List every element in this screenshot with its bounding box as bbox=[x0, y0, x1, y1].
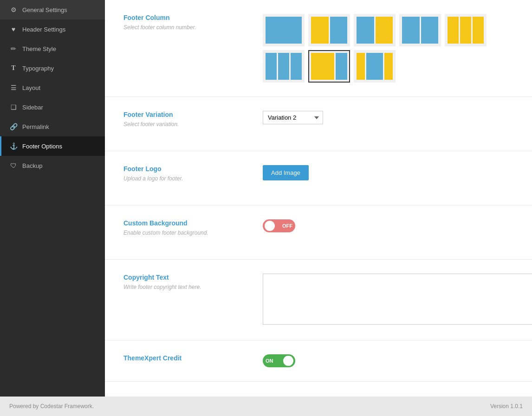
sidebar-label-general-settings: General Settings bbox=[22, 6, 67, 13]
layout-icon: ☰ bbox=[9, 84, 18, 91]
footer-variation-desc: Select footer variation. bbox=[123, 121, 244, 128]
toggle-label-off: OFF bbox=[282, 223, 292, 229]
link-icon: 🔗 bbox=[9, 123, 18, 130]
footer-column-section: Footer Column Select footer column numbe… bbox=[105, 0, 532, 97]
themexpert-credit-section: ThemeXpert Credit ON bbox=[105, 340, 532, 382]
themexpert-credit-toggle[interactable]: ON bbox=[263, 354, 295, 367]
footer-bar: Powered by Codestar Framework. Version 1… bbox=[0, 397, 532, 416]
col-icon-4[interactable] bbox=[399, 14, 441, 46]
custom-background-title: Custom Background bbox=[123, 219, 244, 227]
anchor-icon: ⚓ bbox=[9, 142, 18, 150]
footer-variation-section: Footer Variation Select footer variation… bbox=[105, 97, 532, 151]
sidebar-item-general-settings[interactable]: ⚙ General Settings bbox=[0, 0, 105, 19]
col-icon-5[interactable] bbox=[445, 14, 487, 46]
col-icon-3[interactable] bbox=[354, 14, 396, 46]
sidebar-label-typography: Typography bbox=[22, 65, 54, 72]
sidebar-item-typography[interactable]: T Typography bbox=[0, 58, 105, 78]
custom-background-toggle-wrap: OFF bbox=[263, 219, 295, 232]
footer-columns-grid bbox=[263, 14, 513, 83]
copyright-text-control bbox=[263, 274, 532, 326]
sidebar-label-footer-options: Footer Options bbox=[22, 143, 62, 150]
sidebar-item-backup[interactable]: 🛡 Backup bbox=[0, 156, 105, 175]
sidebar-label-sidebar: Sidebar bbox=[22, 104, 43, 111]
col-icon-6[interactable] bbox=[263, 50, 305, 83]
copyright-text-section: Copyright Text Write footer copyright te… bbox=[105, 260, 532, 340]
col-icon-2[interactable] bbox=[308, 14, 350, 46]
copyright-textarea[interactable] bbox=[263, 274, 532, 325]
sidebar-item-header-settings[interactable]: ♥ Header Settings bbox=[0, 19, 105, 39]
footer-column-title: Footer Column bbox=[123, 14, 244, 21]
themexpert-credit-title: ThemeXpert Credit bbox=[123, 354, 244, 362]
footer-right-text: Version 1.0.1 bbox=[490, 403, 523, 410]
col-icon-8[interactable] bbox=[354, 50, 396, 83]
custom-background-desc: Enable custom footer background. bbox=[123, 230, 244, 236]
footer-column-desc: Select footer column number. bbox=[123, 24, 244, 31]
brush-icon: ✏ bbox=[9, 45, 18, 52]
col-icon-7[interactable] bbox=[308, 50, 350, 83]
main-content: Footer Column Select footer column numbe… bbox=[105, 0, 532, 397]
footer-logo-section: Footer Logo Upload a logo for footer. Ad… bbox=[105, 151, 532, 205]
footer-left-text: Powered by Codestar Framework. bbox=[9, 403, 94, 410]
copyright-text-title: Copyright Text bbox=[123, 274, 244, 281]
sidebar-item-theme-style[interactable]: ✏ Theme Style bbox=[0, 39, 105, 58]
footer-variation-control: Variation 1 Variation 2 Variation 3 bbox=[263, 111, 323, 124]
gear-icon: ⚙ bbox=[9, 6, 18, 13]
toggle-knob-on bbox=[283, 356, 293, 366]
custom-background-toggle[interactable]: OFF bbox=[263, 219, 295, 232]
footer-logo-desc: Upload a logo for footer. bbox=[123, 175, 244, 182]
sidebar-label-layout: Layout bbox=[22, 84, 40, 91]
footer-logo-control: Add Image bbox=[263, 165, 309, 180]
sidebar-item-footer-options[interactable]: ⚓ Footer Options bbox=[0, 136, 105, 156]
sidebar-icon: ❑ bbox=[9, 103, 18, 111]
footer-logo-title: Footer Logo bbox=[123, 165, 244, 173]
add-image-button[interactable]: Add Image bbox=[263, 165, 309, 180]
heart-icon: ♥ bbox=[9, 26, 18, 33]
sidebar-label-permalink: Permalink bbox=[22, 123, 49, 130]
sidebar-item-sidebar[interactable]: ❑ Sidebar bbox=[0, 97, 105, 117]
shield-icon: 🛡 bbox=[9, 162, 18, 169]
sidebar-label-backup: Backup bbox=[22, 162, 42, 169]
copyright-text-desc: Write footer copyright text here. bbox=[123, 284, 244, 290]
sidebar-label-theme-style: Theme Style bbox=[22, 45, 56, 52]
footer-variation-title: Footer Variation bbox=[123, 111, 244, 118]
sidebar-item-permalink[interactable]: 🔗 Permalink bbox=[0, 117, 105, 136]
toggle-knob-off bbox=[265, 221, 275, 231]
custom-background-section: Custom Background Enable custom footer b… bbox=[105, 205, 532, 260]
footer-variation-select[interactable]: Variation 1 Variation 2 Variation 3 bbox=[263, 111, 323, 124]
themexpert-credit-toggle-wrap: ON bbox=[263, 354, 295, 367]
toggle-label-on: ON bbox=[266, 358, 273, 364]
sidebar-item-layout[interactable]: ☰ Layout bbox=[0, 78, 105, 97]
typography-icon: T bbox=[9, 64, 18, 72]
sidebar-label-header-settings: Header Settings bbox=[22, 26, 65, 33]
sidebar: ⚙ General Settings ♥ Header Settings ✏ T… bbox=[0, 0, 105, 397]
col-icon-1[interactable] bbox=[263, 14, 305, 46]
